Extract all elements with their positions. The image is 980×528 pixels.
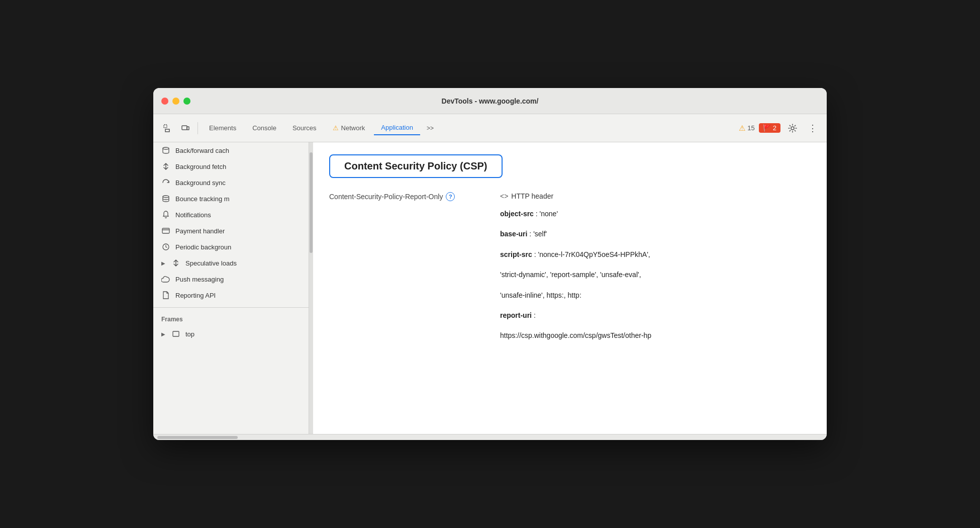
network-warning-icon: ⚠ [333,124,339,132]
speculative-arrow-icon [171,258,180,268]
expand-arrow-icon: ▶ [161,260,165,266]
csp-title-box: Content Security Policy (CSP) [329,154,503,178]
svg-rect-2 [187,127,189,130]
more-tabs-icon[interactable]: >> [422,120,438,136]
policy-line-unsafe-inline: 'unsafe-inline', https:, http: [500,290,811,301]
policy-key-object-src: object-src [500,210,534,218]
toolbar: Elements Console Sources ⚠ Network Appli… [153,114,827,142]
sidebar-item-notifications[interactable]: Notifications [153,207,309,223]
bounce-tracking-label: Bounce tracking m [175,195,230,203]
help-icon[interactable]: ? [446,192,455,201]
svg-point-3 [791,127,794,130]
sidebar-item-back-forward[interactable]: Back/forward cach [153,142,309,158]
bg-fetch-label: Background fetch [175,163,226,170]
titlebar: DevTools - www.google.com/ [153,88,827,114]
tab-application[interactable]: Application [374,121,420,135]
payment-handler-label: Payment handler [175,227,225,235]
frames-expand-icon: ▶ [161,331,165,337]
policy-line-report-uri: report-uri : [500,310,811,321]
cloud-icon [161,275,170,284]
file-icon [161,291,170,300]
toolbar-right: ⚠ 15 🚩 2 ⋮ [739,120,821,136]
frame-box-icon [171,329,180,338]
csp-value-area: <> HTTP header object-src : 'none' base-… [500,192,811,350]
periodic-bg-label: Periodic backgroun [175,243,231,251]
toolbar-divider [198,122,198,134]
http-header-text: HTTP header [511,192,553,200]
sidebar-item-bg-sync[interactable]: Background sync [153,174,309,191]
tab-network[interactable]: ⚠ Network [326,121,372,135]
sidebar-item-bounce-tracking[interactable]: Bounce tracking m [153,191,309,207]
close-button[interactable] [161,98,168,105]
policy-line-base-uri: base-uri : 'self' [500,228,811,239]
warning-badge[interactable]: ⚠ 15 [739,124,754,133]
policy-val-report-uri-colon: : [534,311,536,319]
sidebar-item-bg-fetch[interactable]: Background fetch [153,158,309,174]
clock-icon [161,242,170,251]
svg-point-5 [163,196,169,198]
more-options-icon[interactable]: ⋮ [805,120,821,136]
warning-triangle-icon: ⚠ [739,124,745,133]
maximize-button[interactable] [183,98,190,105]
policy-key-report-uri: report-uri [500,311,532,319]
policy-key-base-uri: base-uri [500,230,527,238]
svg-rect-8 [173,331,179,336]
csp-title: Content Security Policy (CSP) [344,160,487,171]
csp-report-only-label: Content-Security-Policy-Report-Only ? [329,192,480,201]
main-area: Back/forward cach Background fetch [153,142,827,434]
sync-icon [161,178,170,187]
tab-sources[interactable]: Sources [285,121,324,135]
frames-top-label: top [185,330,194,338]
sidebar-scrollbar-thumb[interactable] [310,152,313,253]
policy-line-strict-dynamic: 'strict-dynamic', 'report-sample', 'unsa… [500,269,811,280]
tab-elements[interactable]: Elements [202,121,243,135]
speculative-loads-label: Speculative loads [185,259,237,267]
frames-section-header: Frames [153,312,309,326]
sidebar-divider [153,307,309,308]
notifications-label: Notifications [175,211,211,219]
tab-console[interactable]: Console [245,121,283,135]
svg-point-4 [163,147,169,149]
sidebar-item-payment-handler[interactable]: Payment handler [153,223,309,239]
sidebar-item-periodic-bg[interactable]: Periodic backgroun [153,239,309,255]
db-icon [161,194,170,203]
sidebar-item-frames-top[interactable]: ▶ top [153,326,309,342]
window-title: DevTools - www.google.com/ [442,97,539,105]
responsive-mode-icon[interactable] [177,120,193,136]
bell-icon [161,210,170,219]
http-header-label: <> HTTP header [500,192,811,200]
sidebar-item-speculative-loads[interactable]: ▶ Speculative loads [153,255,309,271]
settings-icon[interactable] [785,120,801,136]
policy-val-report-uri-url: https://csp.withgoogle.com/csp/gwsTest/o… [500,331,651,339]
horizontal-scrollbar-thumb[interactable] [157,436,238,439]
policy-val-object-src: : 'none' [536,210,558,218]
bottom-scrollbar[interactable] [153,434,827,440]
sidebar-scrollbar[interactable] [309,142,313,434]
code-brackets-icon: <> [500,192,508,200]
cylinder-icon [161,146,170,155]
sidebar-item-push-messaging[interactable]: Push messaging [153,271,309,287]
sidebar: Back/forward cach Background fetch [153,142,309,434]
card-icon [161,226,170,235]
updown-arrow-icon [161,162,170,171]
error-flag-icon: 🚩 [763,124,771,132]
traffic-lights [161,98,190,105]
policy-key-script-src: script-src [500,250,532,258]
policy-line-report-uri-url: https://csp.withgoogle.com/csp/gwsTest/o… [500,330,811,341]
inspect-element-icon[interactable] [159,120,175,136]
error-badge[interactable]: 🚩 2 [759,123,780,133]
policy-val-base-uri: : 'self' [529,230,547,238]
sidebar-item-reporting-api[interactable]: Reporting API [153,287,309,303]
svg-rect-1 [182,126,187,130]
csp-report-only-row: Content-Security-Policy-Report-Only ? <>… [329,192,811,350]
push-messaging-label: Push messaging [175,276,224,283]
minimize-button[interactable] [172,98,179,105]
devtools-window: DevTools - www.google.com/ Elements Cons… [153,88,827,440]
reporting-api-label: Reporting API [175,292,216,299]
content-panel: Content Security Policy (CSP) Content-Se… [313,142,827,434]
policy-line-object-src: object-src : 'none' [500,208,811,219]
policy-line-script-src: script-src : 'nonce-l-7rK04QpY5oeS4-HPPk… [500,249,811,260]
back-forward-label: Back/forward cach [175,147,229,154]
bg-sync-label: Background sync [175,179,226,187]
policy-val-script-src: : 'nonce-l-7rK04QpY5oeS4-HPPkhA', [534,250,650,258]
